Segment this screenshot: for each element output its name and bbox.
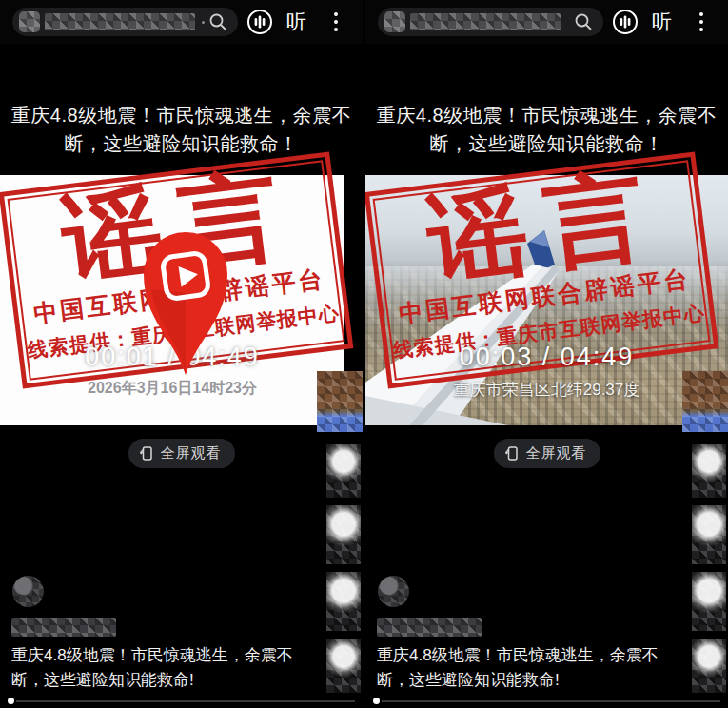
rotate-phone-icon xyxy=(139,445,155,462)
search-query-blurred xyxy=(410,13,561,30)
favorite-button-blurred[interactable] xyxy=(692,572,726,631)
playback-time: 00:03 / 04:49 xyxy=(365,343,728,372)
video-overlay-caption: 2026年3月16日14时23分 xyxy=(0,379,344,399)
commenter-avatar-blurred[interactable] xyxy=(12,576,44,607)
fullscreen-watch-button[interactable]: 全屏观看 xyxy=(494,439,600,468)
commenter-avatar-blurred[interactable] xyxy=(378,576,409,607)
search-input[interactable] xyxy=(12,8,238,36)
fullscreen-watch-button[interactable]: 全屏观看 xyxy=(128,439,235,468)
menu-kebab-icon[interactable] xyxy=(698,10,704,34)
video-page-title: 重庆4.8级地震！市民惊魂逃生，余震不断，这些避险知识能救命！ xyxy=(10,101,353,158)
screenshot-right: 听 重庆4.8级地震！市民惊魂逃生，余震不断，这些避险知识能救命！ 谣言 中国互… xyxy=(365,0,728,708)
video-author-avatar-blurred[interactable] xyxy=(682,371,728,432)
video-overlay-caption: 重庆市荣昌区北纬29.37度 xyxy=(365,379,728,401)
commenter-name-blurred[interactable] xyxy=(377,618,482,637)
progress-track xyxy=(382,700,720,702)
share-button-blurred[interactable] xyxy=(326,639,361,693)
two-screenshot-comparison: 听 重庆4.8级地震！市民惊魂逃生，余震不断，这些避险知识能救命！ 谣言 中国互… xyxy=(0,0,728,708)
commenter-name-blurred[interactable] xyxy=(11,618,116,637)
reader-tools-icon[interactable] xyxy=(612,9,639,35)
like-button-blurred[interactable] xyxy=(326,444,361,498)
map-pin-play-button[interactable] xyxy=(138,226,233,379)
browser-top-bar: 听 xyxy=(365,0,728,44)
search-icon[interactable] xyxy=(574,12,593,31)
favorite-button-blurred[interactable] xyxy=(326,572,361,631)
video-progress-bar[interactable] xyxy=(0,695,363,706)
site-favicon-blurred xyxy=(19,11,40,32)
rotate-phone-icon xyxy=(504,445,521,462)
site-favicon-blurred xyxy=(384,11,405,32)
share-button-blurred[interactable] xyxy=(692,639,726,693)
video-progress-bar[interactable] xyxy=(365,695,728,706)
search-query-blurred xyxy=(45,13,195,30)
search-icon[interactable] xyxy=(208,12,227,31)
like-button-blurred[interactable] xyxy=(692,444,726,498)
progress-handle[interactable] xyxy=(373,698,380,704)
comment-button-blurred[interactable] xyxy=(692,505,726,564)
listen-button[interactable]: 听 xyxy=(286,9,306,35)
screenshot-left: 听 重庆4.8级地震！市民惊魂逃生，余震不断，这些避险知识能救命！ 谣言 中国互… xyxy=(0,0,363,708)
video-page-title: 重庆4.8级地震！市民惊魂逃生，余震不断，这些避险知识能救命！ xyxy=(375,101,718,158)
progress-handle[interactable] xyxy=(8,698,14,704)
browser-top-bar: 听 xyxy=(0,0,363,44)
listen-button[interactable]: 听 xyxy=(652,9,672,35)
menu-kebab-icon[interactable] xyxy=(333,10,339,34)
comment-caption: 重庆4.8级地震！市民惊魂逃生，余震不断，这些避险知识能救命! xyxy=(11,643,301,693)
comment-button-blurred[interactable] xyxy=(326,505,361,564)
reader-tools-icon[interactable] xyxy=(246,9,273,35)
video-author-avatar-blurred[interactable] xyxy=(317,371,363,432)
progress-track xyxy=(16,700,355,702)
separator-dot xyxy=(202,21,205,24)
comment-caption: 重庆4.8级地震！市民惊魂逃生，余震不断，这些避险知识能救命! xyxy=(377,643,666,693)
search-input[interactable] xyxy=(378,8,603,36)
